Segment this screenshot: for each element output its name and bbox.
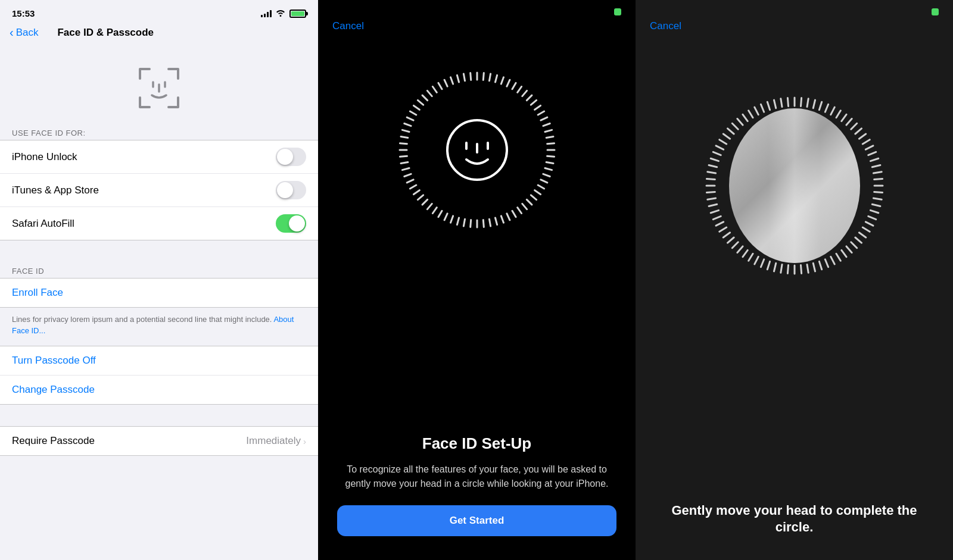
back-button[interactable]: ‹ Back: [10, 26, 38, 39]
svg-line-95: [870, 158, 878, 161]
enroll-face-row[interactable]: Enroll Face: [0, 278, 318, 308]
scanning-nav: Cancel: [636, 15, 953, 37]
svg-line-80: [801, 98, 801, 107]
svg-line-29: [531, 195, 536, 200]
svg-line-81: [807, 99, 808, 107]
svg-line-116: [813, 263, 815, 271]
svg-line-85: [830, 107, 834, 115]
change-passcode-row[interactable]: Change Passcode: [0, 376, 318, 404]
svg-line-92: [862, 140, 870, 144]
face-scan-container: [699, 73, 890, 299]
svg-line-130: [727, 237, 734, 243]
svg-line-62: [407, 117, 413, 120]
require-passcode-label: Require Passcode: [12, 435, 95, 447]
svg-line-27: [538, 185, 544, 189]
svg-line-113: [830, 256, 834, 264]
svg-line-156: [774, 100, 776, 108]
turn-passcode-off-row[interactable]: Turn Passcode Off: [0, 346, 318, 376]
svg-line-122: [774, 263, 776, 271]
svg-line-135: [711, 210, 718, 212]
chevron-right-icon: ›: [303, 436, 306, 446]
svg-line-118: [801, 265, 801, 274]
svg-line-40: [470, 220, 471, 227]
svg-line-25: [543, 174, 549, 176]
face-id-icon-section: [0, 46, 318, 124]
safari-autofill-toggle[interactable]: [276, 214, 306, 233]
svg-line-114: [825, 259, 828, 267]
svg-line-46: [432, 208, 437, 214]
svg-line-47: [427, 204, 432, 209]
svg-line-74: [470, 73, 471, 80]
svg-line-64: [413, 105, 419, 110]
svg-line-69: [438, 83, 442, 89]
svg-line-108: [855, 237, 861, 243]
svg-line-94: [868, 152, 876, 155]
change-passcode-label[interactable]: Change Passcode: [12, 384, 95, 395]
svg-line-147: [723, 134, 730, 139]
signal-bars-icon: [261, 10, 272, 17]
green-indicator: [614, 8, 621, 15]
svg-line-157: [780, 99, 781, 107]
use-face-id-header: USE FACE ID FOR:: [0, 124, 318, 140]
svg-line-65: [418, 100, 423, 105]
svg-line-112: [836, 254, 840, 261]
svg-line-49: [418, 195, 423, 200]
svg-line-98: [874, 179, 882, 179]
svg-line-22: [547, 156, 554, 157]
svg-line-34: [506, 214, 509, 220]
get-started-button[interactable]: Get Started: [337, 505, 616, 536]
svg-line-105: [865, 222, 873, 226]
face-id-toggles-group: iPhone Unlock iTunes & App Store Safari …: [0, 140, 318, 240]
svg-line-48: [422, 199, 428, 205]
svg-line-90: [855, 129, 861, 134]
scanning-cancel-button[interactable]: Cancel: [650, 20, 681, 32]
svg-line-131: [723, 233, 730, 237]
svg-line-129: [732, 242, 738, 248]
require-passcode-row[interactable]: Require Passcode Immediately ›: [0, 427, 318, 455]
svg-line-51: [410, 185, 416, 189]
svg-line-53: [404, 174, 410, 176]
svg-line-125: [754, 256, 758, 264]
svg-line-41: [463, 219, 465, 226]
svg-line-66: [422, 95, 428, 101]
svg-line-23: [546, 162, 553, 164]
svg-line-35: [501, 216, 503, 223]
svg-line-5: [489, 74, 490, 81]
turn-passcode-off-label[interactable]: Turn Passcode Off: [12, 355, 96, 366]
page-title: Face ID & Passcode: [57, 27, 154, 39]
itunes-store-toggle[interactable]: [276, 181, 306, 199]
svg-line-84: [825, 104, 828, 112]
svg-line-68: [432, 87, 437, 93]
svg-line-88: [846, 119, 852, 126]
svg-line-97: [873, 172, 882, 173]
battery-icon: [289, 10, 306, 18]
svg-line-134: [713, 216, 721, 219]
face-id-setup-panel: Cancel Face ID Set-Up To recognize all t…: [318, 0, 636, 560]
svg-line-33: [512, 211, 516, 217]
cancel-button[interactable]: Cancel: [332, 20, 364, 32]
spacer-1: [0, 240, 318, 262]
svg-line-137: [707, 198, 715, 199]
svg-line-124: [761, 259, 764, 267]
svg-line-96: [872, 165, 880, 167]
iphone-unlock-toggle[interactable]: [276, 148, 306, 166]
svg-line-140: [706, 179, 715, 179]
svg-line-151: [743, 114, 748, 121]
svg-line-107: [859, 233, 865, 237]
svg-line-42: [457, 218, 459, 225]
svg-line-73: [463, 74, 465, 81]
svg-line-103: [870, 210, 878, 212]
scanning-green-indicator: [932, 8, 939, 15]
face-id-scanning-panel: Cancel Gently move your head to complete…: [636, 0, 953, 560]
svg-line-70: [444, 80, 447, 86]
setup-nav: Cancel: [318, 15, 636, 37]
svg-line-71: [450, 77, 453, 84]
face-animation-area: [318, 37, 636, 423]
svg-line-61: [404, 124, 410, 126]
face-id-icon: [135, 64, 183, 112]
face-ring-container: [388, 61, 566, 239]
svg-line-14: [534, 105, 540, 110]
face-oval: [729, 108, 860, 263]
enroll-face-label[interactable]: Enroll Face: [12, 287, 63, 298]
scan-area: [636, 37, 953, 490]
